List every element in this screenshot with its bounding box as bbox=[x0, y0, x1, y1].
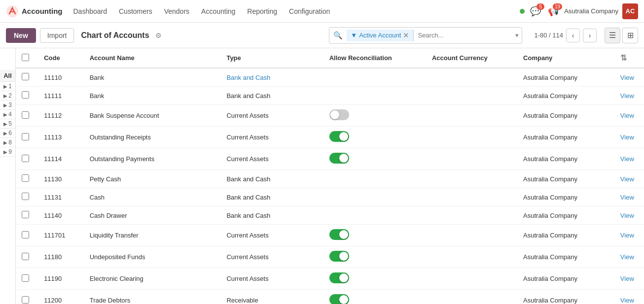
group-4[interactable]: ▶4 bbox=[0, 110, 15, 119]
cell-account-name: Bank bbox=[84, 87, 221, 105]
app-logo[interactable]: Accounting bbox=[6, 5, 63, 18]
cell-code: 11131 bbox=[38, 188, 84, 206]
header-code[interactable]: Code bbox=[38, 48, 84, 68]
grid-view-button[interactable]: ⊞ bbox=[622, 28, 638, 43]
messages-button[interactable]: 💬 5 bbox=[529, 4, 542, 18]
view-button[interactable]: View bbox=[620, 232, 634, 239]
cell-company: Asutralia Company bbox=[517, 127, 614, 148]
online-status-dot bbox=[520, 9, 525, 14]
view-button[interactable]: View bbox=[620, 74, 634, 81]
view-button[interactable]: View bbox=[620, 253, 634, 261]
group-1[interactable]: ▶1 bbox=[0, 82, 15, 91]
group-all[interactable]: All bbox=[0, 70, 15, 82]
row-checkbox[interactable] bbox=[22, 91, 29, 99]
group-8[interactable]: ▶8 bbox=[0, 138, 15, 147]
header-type[interactable]: Type bbox=[220, 48, 323, 68]
cell-company: Asutralia Company bbox=[517, 188, 614, 206]
cell-action: View bbox=[614, 206, 644, 225]
cell-code: 111701 bbox=[38, 225, 84, 246]
reconciliation-toggle[interactable] bbox=[329, 229, 349, 240]
topnav-right: 💬 5 📢 19 Asutralia Company AC bbox=[520, 3, 638, 19]
view-button[interactable]: View bbox=[620, 112, 634, 119]
select-all-checkbox[interactable] bbox=[22, 54, 29, 61]
cell-action: View bbox=[614, 68, 644, 87]
view-button[interactable]: View bbox=[620, 155, 634, 163]
view-button[interactable]: View bbox=[620, 297, 634, 304]
search-dropdown-button[interactable]: ▾ bbox=[512, 32, 522, 39]
column-settings-icon[interactable]: ⇅ bbox=[620, 54, 627, 62]
search-input[interactable] bbox=[414, 32, 512, 39]
cell-company: Asutralia Company bbox=[517, 87, 614, 105]
cell-reconciliation bbox=[323, 188, 426, 206]
next-page-button[interactable]: › bbox=[583, 29, 597, 42]
reconciliation-toggle[interactable] bbox=[329, 109, 349, 120]
row-checkbox[interactable] bbox=[22, 73, 29, 80]
import-button[interactable]: Import bbox=[40, 28, 74, 43]
previous-page-button[interactable]: ‹ bbox=[566, 29, 580, 42]
nav-accounting[interactable]: Accounting bbox=[196, 5, 240, 17]
cell-currency bbox=[426, 225, 517, 246]
table-row: 11190Electronic ClearingCurrent AssetsAs… bbox=[16, 268, 644, 290]
view-button[interactable]: View bbox=[620, 212, 634, 219]
row-checkbox[interactable] bbox=[22, 211, 29, 218]
user-avatar[interactable]: AC bbox=[622, 3, 638, 19]
table-row: 11112Bank Suspense AccountCurrent Assets… bbox=[16, 105, 644, 127]
view-button[interactable]: View bbox=[620, 134, 634, 141]
reconciliation-toggle[interactable] bbox=[329, 153, 349, 164]
reconciliation-toggle[interactable] bbox=[329, 251, 349, 262]
group-3[interactable]: ▶3 bbox=[0, 101, 15, 110]
cell-action: View bbox=[614, 148, 644, 170]
settings-icon[interactable]: ⚙ bbox=[155, 32, 162, 39]
cell-type-link[interactable]: Bank and Cash bbox=[226, 74, 270, 81]
nav-customers[interactable]: Customers bbox=[114, 5, 157, 17]
header-currency[interactable]: Account Currency bbox=[426, 48, 517, 68]
row-checkbox[interactable] bbox=[22, 111, 29, 119]
nav-reporting[interactable]: Reporting bbox=[242, 5, 282, 17]
cell-account-name: Cash bbox=[84, 188, 221, 206]
row-checkbox[interactable] bbox=[22, 253, 29, 260]
cell-type: Bank and Cash bbox=[220, 206, 323, 225]
table-container: All ▶1 ▶2 ▶3 ▶4 ▶5 ▶6 ▶8 ▶9 Code Account… bbox=[0, 48, 644, 304]
view-button[interactable]: View bbox=[620, 92, 634, 100]
cell-company: Asutralia Company bbox=[517, 206, 614, 225]
reconciliation-toggle[interactable] bbox=[329, 294, 349, 304]
cell-currency bbox=[426, 87, 517, 105]
view-button[interactable]: View bbox=[620, 275, 634, 282]
cell-reconciliation bbox=[323, 105, 426, 127]
header-account-name[interactable]: Account Name bbox=[84, 48, 221, 68]
list-view-button[interactable]: ☰ bbox=[605, 28, 620, 43]
group-6[interactable]: ▶6 bbox=[0, 129, 15, 138]
view-toggle: ☰ ⊞ bbox=[605, 28, 638, 43]
header-reconciliation[interactable]: Allow Reconciliation bbox=[323, 48, 426, 68]
cell-currency bbox=[426, 188, 517, 206]
notifications-button[interactable]: 📢 19 bbox=[546, 4, 560, 18]
header-action: ⇅ bbox=[614, 48, 644, 68]
nav-dashboard[interactable]: Dashboard bbox=[69, 5, 112, 17]
cell-action: View bbox=[614, 225, 644, 246]
cell-company: Asutralia Company bbox=[517, 290, 614, 304]
cell-type: Bank and Cash bbox=[220, 68, 323, 87]
row-checkbox[interactable] bbox=[22, 174, 29, 182]
row-checkbox[interactable] bbox=[22, 155, 29, 162]
group-2[interactable]: ▶2 bbox=[0, 91, 15, 101]
header-company[interactable]: Company bbox=[517, 48, 614, 68]
filter-remove-button[interactable]: ✕ bbox=[403, 31, 409, 40]
reconciliation-toggle[interactable] bbox=[329, 131, 349, 142]
view-button[interactable]: View bbox=[620, 175, 634, 183]
row-checkbox[interactable] bbox=[22, 274, 29, 282]
reconciliation-toggle[interactable] bbox=[329, 272, 349, 283]
row-checkbox[interactable] bbox=[22, 133, 29, 140]
row-checkbox[interactable] bbox=[22, 296, 29, 304]
group-5[interactable]: ▶5 bbox=[0, 119, 15, 129]
view-button[interactable]: View bbox=[620, 194, 634, 201]
nav-vendors[interactable]: Vendors bbox=[159, 5, 194, 17]
new-button[interactable]: New bbox=[6, 28, 36, 43]
row-checkbox[interactable] bbox=[22, 231, 29, 238]
cell-company: Asutralia Company bbox=[517, 268, 614, 290]
cell-action: View bbox=[614, 268, 644, 290]
cell-code: 11110 bbox=[38, 68, 84, 87]
row-checkbox[interactable] bbox=[22, 193, 29, 200]
cell-account-name: Outstanding Payments bbox=[84, 148, 221, 170]
group-9[interactable]: ▶9 bbox=[0, 147, 15, 157]
nav-configuration[interactable]: Configuration bbox=[284, 5, 335, 17]
